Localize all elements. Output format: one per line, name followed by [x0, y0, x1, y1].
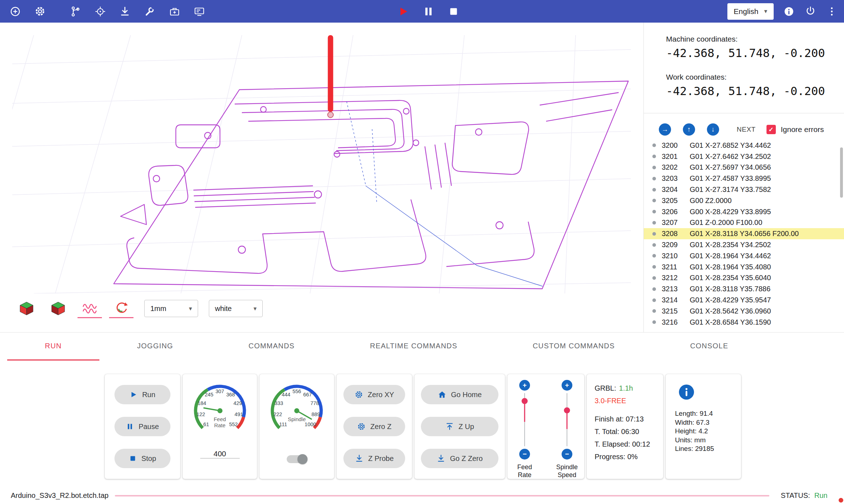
gcode-line[interactable]: 3209 G01 X-28.2354 Y34.2502	[644, 239, 844, 250]
grid-step-select[interactable]: 1mm ▾	[144, 300, 198, 317]
job-info-line: Length: 91.4	[675, 409, 741, 418]
gcode-line-number: 3216	[662, 318, 690, 326]
gcode-scrollbar[interactable]	[840, 147, 843, 198]
chevron-down-icon: ▾	[189, 306, 192, 312]
gcode-line[interactable]: 3210 G01 X-28.1964 Y34.4462	[644, 250, 844, 262]
ignore-errors-checkbox[interactable]: ✓	[766, 125, 776, 134]
gcode-line[interactable]: 3208 G01 X-28.3118 Y34.0656 F200.00	[644, 228, 844, 239]
pause-button[interactable]	[422, 5, 435, 18]
gcode-line[interactable]: 3201 G01 X-27.6462 Y34.2502	[644, 151, 844, 162]
feed-increase-button[interactable]: +	[519, 380, 530, 391]
feed-rate-gauge-card: 61122184245307368429491552 Feed Rate	[183, 374, 257, 479]
scroll-down-button[interactable]: ↓	[707, 123, 719, 136]
gauge-tick: 111	[279, 421, 287, 427]
gcode-line[interactable]: 3200 G01 X-27.6852 Y34.4462	[644, 140, 844, 151]
gcode-line[interactable]: 3207 G01 Z-0.2000 F100.00	[644, 217, 844, 229]
download-icon[interactable]	[118, 5, 131, 18]
arrow-up-icon: ↑	[687, 126, 691, 133]
gcode-line[interactable]: 3205 G00 Z2.0000	[644, 195, 844, 206]
gcode-command: G01 X-28.3118 Y35.7886	[690, 285, 770, 293]
spindle-slider-track[interactable]	[562, 393, 572, 446]
zero-z-button[interactable]: Zero Z	[343, 417, 405, 436]
tab[interactable]: REALTIME COMMANDS	[332, 333, 495, 361]
gauge-tick: 429	[233, 400, 242, 406]
tab[interactable]: JOGGING	[99, 333, 211, 361]
status-value: Run	[814, 491, 827, 500]
spindle-slider-handle[interactable]	[564, 408, 570, 414]
tab[interactable]: COMMANDS	[211, 333, 333, 361]
wrench-icon[interactable]	[143, 5, 156, 18]
gcode-line[interactable]: 3206 G00 X-28.4229 Y33.8995	[644, 206, 844, 217]
gcode-line[interactable]: 3211 G01 X-28.1964 Y35.4080	[644, 262, 844, 273]
gcode-line-number: 3204	[662, 185, 690, 194]
view-top-button[interactable]	[46, 299, 70, 318]
stop-button[interactable]: Stop	[114, 449, 170, 468]
gcode-line[interactable]: 3204 G01 X-27.3174 Y33.7582	[644, 184, 844, 195]
grbl-version: 1.1h	[619, 384, 633, 392]
crosshair-icon[interactable]	[94, 5, 107, 18]
toolbox-icon[interactable]	[168, 5, 181, 18]
viewer-canvas[interactable]	[12, 35, 631, 293]
play-button[interactable]	[397, 5, 410, 18]
plus-icon: +	[565, 381, 569, 389]
language-value: English	[734, 7, 759, 16]
settings-gear-icon[interactable]	[33, 5, 46, 18]
gcode-command: G01 X-27.6462 Y34.2502	[690, 152, 771, 161]
feed-rate-input[interactable]	[200, 449, 240, 458]
background-color-select[interactable]: white ▾	[209, 300, 263, 317]
gcode-line[interactable]: 3214 G01 X-28.4229 Y35.9547	[644, 295, 844, 306]
info-icon[interactable]	[782, 5, 795, 18]
gauge-tick: 368	[226, 392, 235, 397]
scroll-up-button[interactable]: ↑	[683, 123, 695, 136]
z-probe-button[interactable]: Z Probe	[343, 449, 405, 468]
language-select[interactable]: English ▾	[727, 3, 774, 20]
monitor-icon[interactable]	[193, 5, 206, 18]
gcode-line-number: 3215	[662, 307, 690, 315]
power-icon[interactable]	[804, 5, 817, 18]
add-circle-icon[interactable]	[9, 5, 22, 18]
loaded-file-name: Arduino_S3v3_R2.bot.etch.tap	[11, 491, 108, 500]
gcode-command: G01 X-28.2354 Y35.6040	[690, 274, 771, 282]
bottom-panel: RUN JOGGING COMMANDS REALTIME COMMANDS C…	[0, 332, 844, 487]
ignore-errors-label: Ignore errors	[781, 125, 824, 134]
run-button[interactable]: Run	[114, 385, 170, 404]
tab[interactable]: RUN	[7, 333, 99, 361]
spindle-decrease-button[interactable]: −	[562, 449, 572, 460]
goto-line-button[interactable]: →	[659, 123, 671, 136]
spindle-slider-label: Spindle Speed	[554, 463, 580, 479]
gcode-line[interactable]: 3212 G01 X-28.2354 Y35.6040	[644, 273, 844, 284]
status-bar: Arduino_S3v3_R2.bot.etch.tap STATUS: Run	[0, 487, 844, 504]
gcode-line-number: 3207	[662, 218, 690, 227]
zero-card: Zero XY Zero Z Z Probe	[337, 374, 412, 479]
toggle-knob	[297, 454, 308, 464]
zero-xy-button[interactable]: Zero XY	[343, 385, 405, 404]
gcode-line[interactable]: 3202 G01 X-27.5697 Y34.0656	[644, 162, 844, 173]
gcode-line[interactable]: 3215 G01 X-28.5642 Y36.0960	[644, 306, 844, 317]
stop-button[interactable]	[447, 5, 460, 18]
main-area: 1mm ▾ white ▾ Machine coordinates: -42.3…	[0, 23, 844, 332]
gcode-command: G01 X-28.3118 Y34.0656 F200.00	[690, 230, 799, 238]
show-toolpath-toggle[interactable]	[78, 299, 102, 318]
show-tool-toggle[interactable]	[109, 299, 133, 318]
spindle-toggle[interactable]	[287, 455, 307, 463]
feed-slider-handle[interactable]	[522, 398, 528, 404]
tab[interactable]: CONSOLE	[652, 333, 766, 361]
pause-button[interactable]: Pause	[114, 417, 170, 436]
line-bullet-icon	[652, 155, 656, 158]
gcode-line[interactable]: 3216 G01 X-28.6584 Y36.1590	[644, 317, 844, 328]
gcode-line[interactable]: 3213 G01 X-28.3118 Y35.7886	[644, 283, 844, 295]
gcode-line[interactable]: 3203 G01 X-27.4587 Y33.8995	[644, 173, 844, 184]
coordinates-panel: Machine coordinates: -42.368, 51.748, -0…	[644, 23, 844, 98]
go-home-button[interactable]: Go Home	[421, 385, 498, 404]
feed-slider-track[interactable]	[519, 393, 530, 446]
gcode-command: G00 X-28.4229 Y33.8995	[690, 208, 771, 216]
feed-decrease-button[interactable]: −	[519, 449, 530, 460]
z-up-button[interactable]: Z Up	[421, 417, 498, 436]
view-3d-button[interactable]	[14, 299, 39, 318]
line-bullet-icon	[652, 232, 656, 236]
tab[interactable]: CUSTOM COMMANDS	[495, 333, 652, 361]
go-z-zero-button[interactable]: Go Z Zero	[421, 449, 498, 468]
git-branch-icon[interactable]	[69, 5, 82, 18]
kebab-menu-icon[interactable]	[825, 5, 838, 18]
spindle-increase-button[interactable]: +	[562, 380, 572, 391]
